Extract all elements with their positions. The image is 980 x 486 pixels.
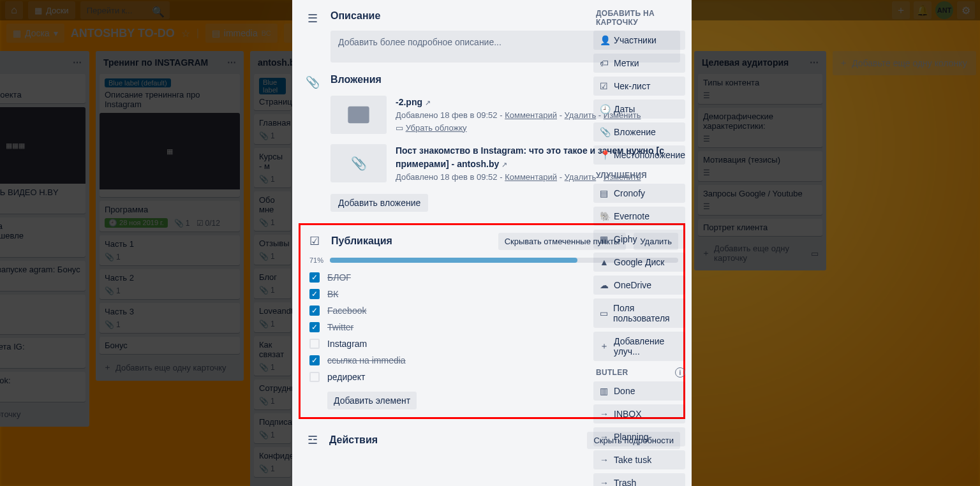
card-cover-icon: ▭ <box>396 123 403 133</box>
svg-rect-0 <box>348 107 369 124</box>
remove-cover[interactable]: Убрать обложку <box>406 123 467 133</box>
sidebar-heading-butler: BUTLERi <box>596 367 685 378</box>
dates-button[interactable]: 🕘Даты <box>593 99 685 119</box>
powerup-evernote[interactable]: 🐘Evernote <box>593 207 685 226</box>
checklist-button[interactable]: ☑Чек-лист <box>593 77 685 96</box>
attachment-button[interactable]: 📎Вложение <box>593 122 685 142</box>
checkbox[interactable]: ✓ <box>309 306 320 316</box>
description-icon: ☰ <box>304 10 322 26</box>
attachment-title: -2.png <box>396 97 422 107</box>
checklist-item-label[interactable]: ссылка на immedia <box>327 355 406 365</box>
checkbox[interactable]: ✓ <box>309 289 320 299</box>
checkbox[interactable] <box>309 339 320 349</box>
attachment-delete[interactable]: Удалить <box>565 172 597 182</box>
checklist-item-label[interactable]: редирект <box>327 372 366 382</box>
sidebar-heading-powerups: УЛУЧШЕНИЯ <box>596 171 685 180</box>
external-link-icon: ↗ <box>425 99 431 107</box>
powerup-giphy[interactable]: ▦Giphy <box>593 230 685 249</box>
location-button[interactable]: 📍Местоположение <box>593 145 685 165</box>
checklist-percent: 71% <box>306 256 323 264</box>
powerup-onedrive[interactable]: ☁OneDrive <box>593 276 685 295</box>
labels-button[interactable]: 🏷Метки <box>593 54 685 73</box>
external-link-icon: ↗ <box>501 161 507 168</box>
checkbox[interactable]: ✓ <box>309 322 320 332</box>
checklist-icon: ☑ <box>306 234 323 248</box>
activity-icon: ☲ <box>304 433 322 447</box>
add-powerup[interactable]: ＋Добавление улуч... <box>593 332 685 361</box>
attachment-delete[interactable]: Удалить <box>565 110 597 120</box>
add-attachment-button[interactable]: Добавить вложение <box>330 194 428 212</box>
card-sidebar: ДОБАВИТЬ НА КАРТОЧКУ 👤Участники 🏷Метки ☑… <box>593 3 689 486</box>
butler-planning[interactable]: →Planning <box>593 427 685 446</box>
powerup-gdrive[interactable]: ▲Google Диск <box>593 253 685 272</box>
checklist-title[interactable]: Публикация <box>331 235 491 247</box>
butler-take-tusk[interactable]: →Take tusk <box>593 450 685 469</box>
checklist-item-label[interactable]: Twitter <box>327 322 353 332</box>
checkbox[interactable]: ✓ <box>309 355 320 365</box>
checkbox[interactable] <box>309 372 320 382</box>
powerup-cronofy[interactable]: ▤Cronofy <box>593 184 685 203</box>
checkbox[interactable]: ✓ <box>309 272 320 283</box>
butler-inbox[interactable]: →INBOX <box>593 404 685 423</box>
info-icon[interactable]: i <box>675 367 685 378</box>
checklist-item-label[interactable]: ВК <box>327 289 339 299</box>
attachment-icon: 📎 <box>304 74 322 89</box>
attachment-comment[interactable]: Комментарий <box>505 110 557 120</box>
powerup-custom-fields[interactable]: ▭Поля пользователя <box>593 298 685 328</box>
checklist-item-label[interactable]: Instagram <box>327 339 367 349</box>
attachment-comment[interactable]: Комментарий <box>505 172 557 182</box>
attachment-thumbnail <box>330 96 387 134</box>
attachment-thumbnail: 📎 <box>330 144 387 182</box>
butler-done[interactable]: ▥Done <box>593 381 685 401</box>
members-button[interactable]: 👤Участники <box>593 31 685 50</box>
sidebar-heading-add: ДОБАВИТЬ НА КАРТОЧКУ <box>596 9 685 27</box>
checklist-item-label[interactable]: БЛОГ <box>327 272 351 283</box>
add-checklist-item[interactable]: Добавить элемент <box>327 392 417 409</box>
butler-trash[interactable]: →Trash <box>593 473 685 486</box>
activity-heading: Действия <box>329 434 579 446</box>
checklist-item-label[interactable]: Facebook <box>327 306 366 316</box>
